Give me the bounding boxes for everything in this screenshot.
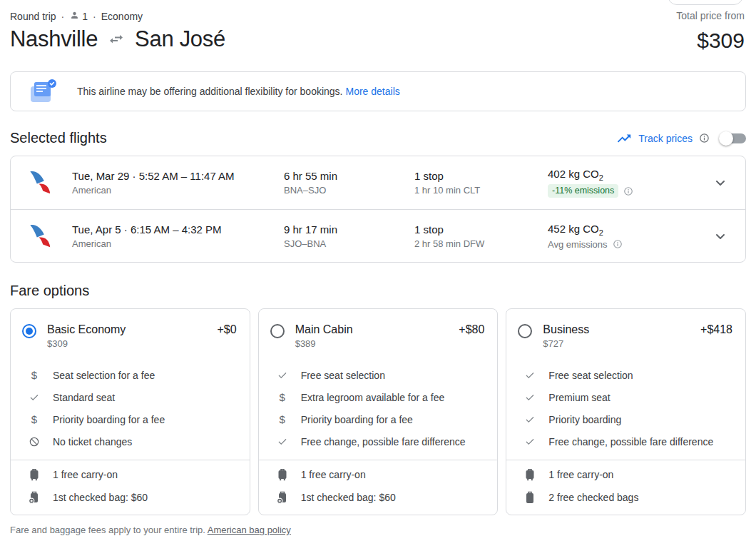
checked-bag-fee-icon	[276, 491, 289, 504]
airline-name: American	[72, 238, 284, 249]
emissions-average-label: Avg emissions	[548, 239, 608, 250]
baggage-item: 1st checked bag: $60	[22, 486, 237, 509]
flight-layover: 2 hr 58 min DFW	[414, 238, 548, 249]
origin-city: Nashville	[10, 26, 98, 52]
selected-flights-header: Selected flights Track prices	[10, 130, 746, 146]
flight-stops: 1 stop	[414, 223, 548, 236]
divider	[506, 460, 745, 460]
fare-feature: $ Extra legroom available for a fee	[270, 386, 485, 408]
fare-name: Business	[543, 323, 589, 336]
banner-message: This airline may be offering additional …	[77, 86, 400, 97]
fare-footnote: Fare and baggage fees apply to your enti…	[10, 525, 746, 535]
fare-card-main-cabin[interactable]: Main Cabin +$80 $389 Free seat selection…	[258, 308, 499, 515]
separator-dot: ·	[93, 11, 96, 22]
flexibility-banner: This airline may be offering additional …	[10, 71, 746, 111]
dollar-icon: $	[276, 413, 289, 425]
fare-feature: No ticket changes	[22, 430, 237, 452]
baggage-item: 1 free carry-on	[518, 463, 732, 486]
dollar-icon: $	[28, 369, 41, 381]
american-airlines-logo	[25, 168, 55, 198]
fare-feature: Priority boarding	[518, 408, 732, 430]
fare-base-price: $389	[295, 338, 485, 349]
baggage-item: 2 free checked bags	[518, 486, 732, 509]
fare-feature: Free seat selection	[518, 364, 732, 386]
fare-options-header: Fare options	[10, 283, 746, 299]
fare-feature-list: Free seat selection $ Extra legroom avai…	[270, 364, 485, 452]
fare-baggage-list: 1 free carry-on 1st checked bag: $60	[270, 463, 485, 509]
cabin-class-label: Economy	[101, 11, 143, 22]
total-price-value: $309	[676, 29, 745, 53]
carry-on-bag-icon	[28, 468, 41, 481]
chevron-down-icon[interactable]	[711, 173, 730, 192]
fare-feature: Free seat selection	[270, 364, 485, 386]
separator-dot: ·	[61, 11, 65, 22]
fare-baggage-list: 1 free carry-on 1st checked bag: $60	[22, 463, 237, 509]
check-icon	[523, 370, 536, 380]
flight-emissions-block: 402 kg CO2 -11% emissions	[548, 168, 711, 198]
fare-price-delta: +$418	[700, 323, 732, 336]
flight-duration: 9 hr 17 min	[284, 223, 414, 236]
person-icon	[69, 10, 80, 23]
flight-route: SJO–BNA	[284, 238, 414, 249]
selected-flights-title: Selected flights	[10, 130, 107, 146]
check-icon	[523, 437, 536, 447]
info-icon[interactable]	[613, 239, 623, 249]
flight-stops-block: 1 stop 1 hr 10 min CLT	[414, 170, 548, 196]
destination-city: San José	[135, 26, 225, 52]
check-icon	[523, 415, 536, 425]
track-prices-toggle[interactable]	[722, 133, 746, 143]
total-price-block: Total price from $309	[676, 10, 745, 53]
fare-feature: Standard seat	[22, 386, 237, 408]
flight-row-outbound[interactable]: Tue, Mar 29 · 5:52 AM – 11:47 AM America…	[11, 156, 745, 209]
bag-policy-link[interactable]: American bag policy	[208, 525, 291, 535]
fare-radio-unselected[interactable]	[518, 324, 532, 338]
flight-duration-block: 9 hr 17 min SJO–BNA	[284, 223, 414, 249]
swap-horizontal-icon	[108, 31, 125, 48]
checked-bags-free-icon	[523, 491, 536, 504]
baggage-item: 1 free carry-on	[22, 463, 237, 486]
flight-duration: 6 hr 55 min	[284, 170, 414, 182]
fare-price-delta: +$0	[218, 323, 237, 336]
flight-route: BNA–SJO	[284, 185, 414, 196]
fare-radio-selected[interactable]	[22, 324, 36, 338]
airline-name: American	[72, 185, 284, 196]
flight-stops-block: 1 stop 2 hr 58 min DFW	[414, 223, 548, 249]
fare-card-basic-economy[interactable]: Basic Economy +$0 $309 $ Seat selection …	[10, 308, 250, 515]
flight-duration-block: 6 hr 55 min BNA–SJO	[284, 170, 414, 196]
fare-feature: Free change, possible fare difference	[270, 430, 485, 452]
track-prices-control: Track prices	[616, 131, 746, 146]
info-icon[interactable]	[623, 186, 633, 196]
check-icon	[276, 370, 289, 380]
fare-radio-unselected[interactable]	[270, 324, 285, 338]
info-icon[interactable]	[699, 133, 710, 143]
fare-baggage-list: 1 free carry-on 2 free checked bags	[518, 463, 732, 509]
passenger-count: 1	[69, 10, 88, 23]
fare-feature-list: $ Seat selection for a fee Standard seat…	[22, 364, 237, 452]
divider	[259, 460, 498, 460]
checked-bag-fee-icon	[28, 491, 41, 504]
fare-options-grid: Basic Economy +$0 $309 $ Seat selection …	[10, 308, 746, 515]
fare-name: Basic Economy	[47, 323, 126, 336]
flight-datetime-block: Tue, Mar 29 · 5:52 AM – 11:47 AM America…	[72, 170, 284, 196]
breadcrumb: Round trip · 1 · Economy	[10, 10, 746, 23]
fare-feature: $ Priority boarding for a fee	[270, 408, 485, 430]
flexibility-booking-icon	[29, 78, 58, 105]
carry-on-bag-icon	[276, 468, 289, 481]
chevron-down-icon[interactable]	[711, 227, 730, 246]
dollar-icon: $	[276, 391, 289, 403]
divider	[11, 460, 250, 460]
block-icon	[28, 436, 41, 447]
baggage-item: 1st checked bag: $60	[270, 486, 485, 509]
fare-base-price: $309	[47, 338, 237, 349]
flight-row-return[interactable]: Tue, Apr 5 · 6:15 AM – 4:32 PM American …	[11, 209, 745, 262]
more-details-link[interactable]: More details	[346, 86, 400, 97]
fare-feature: Premium seat	[518, 386, 732, 408]
fare-card-business[interactable]: Business +$418 $727 Free seat selection …	[506, 308, 746, 515]
fare-feature-list: Free seat selection Premium seat Priorit…	[518, 364, 732, 452]
flight-details-page: Round trip · 1 · Economy Nashville San J…	[0, 0, 756, 536]
emissions-badge: -11% emissions	[548, 184, 618, 198]
selected-flights-card: Tue, Mar 29 · 5:52 AM – 11:47 AM America…	[10, 156, 746, 263]
fare-feature: $ Priority boarding for a fee	[22, 408, 237, 430]
fare-feature: Free change, possible fare difference	[518, 430, 732, 452]
flight-stops: 1 stop	[414, 170, 548, 182]
